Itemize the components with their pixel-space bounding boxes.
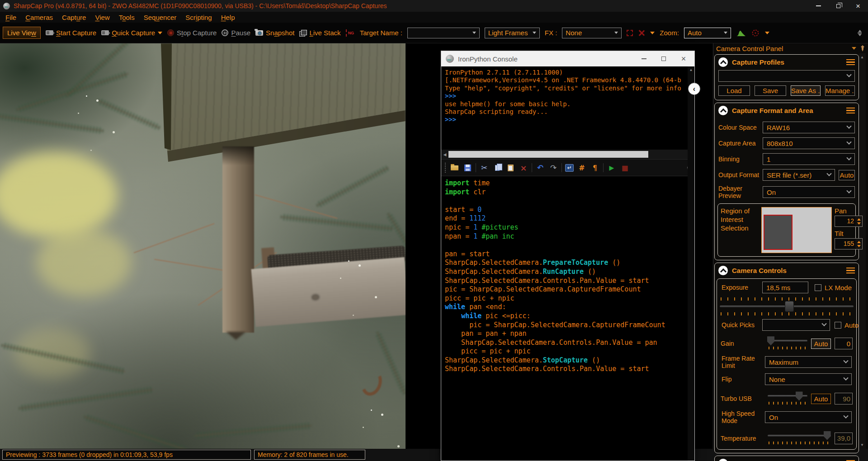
console-collapse-button[interactable]: ‹ [688,83,700,95]
panel-menu-icon[interactable] [852,47,856,50]
output-format-select[interactable]: SER file (*.ser) [763,169,835,181]
menu-item-tools[interactable]: Tools [114,13,139,22]
console-output[interactable]: IronPython 2.7.11 (2.7.11.1000)[.NETFram… [441,66,694,150]
frame-type-select[interactable]: Light Frames [485,28,540,38]
section-menu-icon[interactable] [846,268,855,274]
close-button[interactable]: × [848,0,868,12]
quick-picks-select[interactable] [762,319,830,331]
restore-button[interactable] [828,0,848,12]
redo-icon[interactable]: ↷ [548,163,558,173]
debayer-preview-select[interactable]: On [763,186,855,198]
snapshot-button[interactable]: Snapshot [255,29,294,37]
pin-icon[interactable] [860,45,865,52]
reticle-overlay-icon[interactable] [638,29,645,37]
menu-item-scripting[interactable]: Scripting [181,13,216,22]
tilt-spinner[interactable]: 155 [835,238,863,249]
open-file-icon[interactable] [449,163,459,173]
stop-capture-button[interactable]: Stop Capture [167,29,217,37]
scroll-up-icon[interactable]: ▲ [689,68,693,461]
spin-up-icon[interactable] [857,218,861,221]
manage-profiles-button[interactable]: Manage ... [825,85,855,96]
script-editor[interactable]: import timeimport clr start = 0end = 111… [441,176,694,460]
menu-item-view[interactable]: View [90,13,114,22]
exposure-value[interactable]: 18,5 ms [762,282,808,293]
save-icon[interactable] [462,163,472,173]
run-script-icon[interactable]: ▶ [607,163,617,173]
console-hscrollbar[interactable]: ◀ ▶ [441,150,694,159]
minimize-button[interactable] [808,0,828,12]
temperature-slider-thumb[interactable] [824,431,831,440]
menu-item-capture[interactable]: Capture [57,13,90,22]
console-title-bar[interactable]: IronPython Console × [441,51,694,66]
quick-capture-button[interactable]: Quick Capture [101,29,162,37]
gain-slider[interactable] [768,336,807,345]
histogram-icon[interactable] [736,29,746,37]
insert-text-icon[interactable]: ↵ [565,164,574,172]
temperature-slider[interactable] [768,431,831,440]
delete-icon[interactable]: × [519,163,528,173]
zoom-tools-dropdown-icon[interactable] [765,32,769,34]
scroll-left-icon[interactable]: ◀ [441,150,448,159]
menu-item-file[interactable]: File [1,13,21,22]
colour-space-select[interactable]: RAW16 [763,122,855,133]
save-as-profile-button[interactable]: Save As ... [791,85,821,96]
section-menu-icon[interactable] [846,108,855,114]
collapse-section-icon[interactable] [718,106,728,115]
spin-up-icon[interactable] [857,241,861,243]
section-menu-icon[interactable] [846,59,855,66]
toolbar-overflow-icon[interactable] [858,30,862,36]
output-format-auto-button[interactable]: Auto [839,170,855,180]
cut-icon[interactable]: ✂ [479,163,489,173]
menu-item-help[interactable]: Help [217,13,240,22]
roi-rectangle[interactable] [764,215,793,250]
paste-icon[interactable] [505,163,515,173]
menu-item-sequencer[interactable]: Sequencer [139,13,181,22]
live-view-button[interactable]: Live View [3,27,41,39]
flip-select[interactable]: None [765,373,852,385]
show-whitespace-icon[interactable]: ¶ [590,163,600,173]
copy-icon[interactable] [492,163,502,173]
frame-rate-limit-select[interactable]: Maximum [765,356,852,368]
console-maximize-button[interactable] [654,51,674,66]
pan-spinner[interactable]: 12 [835,216,863,227]
console-minimize-button[interactable] [634,51,654,66]
console-close-button[interactable]: × [674,51,693,66]
scroll-up-icon[interactable]: ▲ [860,55,864,59]
collapse-section-icon[interactable] [718,266,728,275]
undo-icon[interactable]: ↶ [535,163,545,173]
gain-slider-thumb[interactable] [767,336,774,345]
high-speed-mode-select[interactable]: On [765,411,852,423]
spin-down-icon[interactable] [857,245,861,247]
overlay-dropdown-icon[interactable] [650,32,655,34]
target-name-select[interactable] [407,28,480,38]
comment-icon[interactable]: # [577,163,587,173]
exposure-slider-thumb[interactable] [785,301,794,312]
scroll-down-icon[interactable]: ▼ [860,443,864,447]
spin-down-icon[interactable] [857,222,861,225]
roi-sensor-map[interactable] [761,207,832,253]
fx-select[interactable]: None [562,28,622,38]
start-capture-button[interactable]: Start Capture [46,29,96,37]
quick-capture-dropdown-icon[interactable] [158,32,162,34]
turbo-usb-slider[interactable] [768,391,807,400]
gain-auto-button[interactable]: Auto [811,339,831,349]
collapse-section-icon[interactable] [718,57,728,67]
lx-mode-checkbox[interactable] [815,284,821,291]
save-profile-button[interactable]: Save [755,85,786,96]
stop-script-icon[interactable]: ■ [620,163,630,173]
hscroll-thumb[interactable] [448,151,648,158]
menu-item-cameras[interactable]: Cameras [21,13,57,22]
zoom-select[interactable]: Auto [684,28,731,38]
turbo-usb-auto-button[interactable]: Auto [811,394,831,404]
load-profile-button[interactable]: Load [718,85,750,96]
turbo-usb-slider-thumb[interactable] [796,391,803,400]
pause-button[interactable]: Pause [222,29,250,37]
collapse-section-icon[interactable] [718,459,728,461]
editor-scrollbar[interactable]: ▲ [688,66,694,461]
binning-select[interactable]: 1 [763,153,855,165]
image-analysis-icon[interactable] [751,28,760,38]
exposure-auto-checkbox[interactable] [835,322,841,329]
capture-profile-select[interactable] [718,70,855,82]
live-stack-button[interactable]: Live Stack [299,29,340,37]
capture-area-select[interactable]: 808x810 [763,137,855,149]
